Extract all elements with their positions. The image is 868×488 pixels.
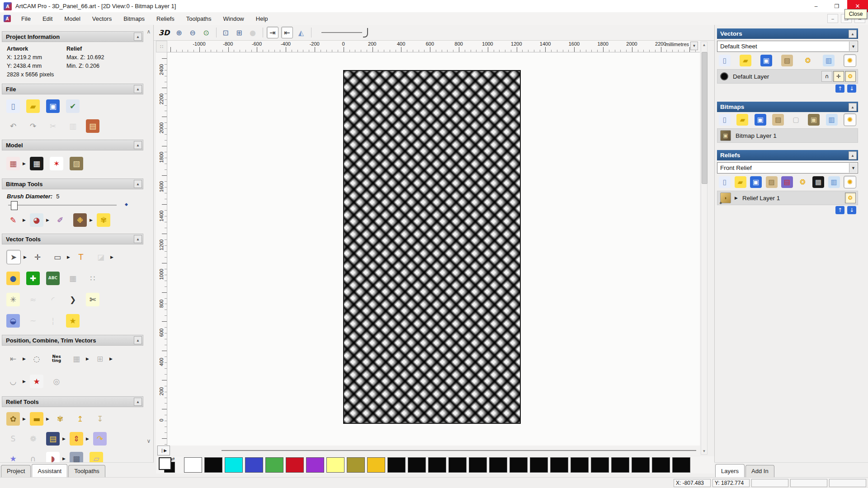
wrap-relief-icon[interactable]: ↷ xyxy=(93,432,107,446)
cut-icon[interactable]: ✂ xyxy=(46,119,60,133)
layer-visibility-icon[interactable]: ❂ xyxy=(845,71,856,82)
slider-handle[interactable] xyxy=(11,201,18,210)
collapse-vectors-button[interactable]: ▲ xyxy=(849,30,857,38)
sheet-selector[interactable]: Default Sheet ▼ xyxy=(717,41,858,52)
palette-swatch-green[interactable] xyxy=(265,457,283,473)
move-layer-down-button[interactable]: ↓ xyxy=(847,84,856,93)
envelope-distort-icon[interactable]: ▦ xyxy=(66,272,80,285)
lock-layer-icon[interactable]: ∩ xyxy=(821,71,832,82)
texture-star-icon[interactable]: ★ xyxy=(6,452,20,462)
attach-bitmap-icon[interactable]: ▣ xyxy=(808,114,820,126)
move-layer-up-button[interactable]: ↑ xyxy=(835,206,844,214)
set-model-size-flyout-arrow[interactable]: ▶ xyxy=(23,161,27,166)
preview-relief-icon[interactable]: ◭ xyxy=(296,27,307,38)
palette-swatch-black[interactable] xyxy=(204,457,222,473)
flood-fill-icon[interactable]: ✾ xyxy=(97,213,110,227)
spin-vectors-icon[interactable]: ◎ xyxy=(50,375,63,388)
align-vectors-icon[interactable]: ⇤ xyxy=(6,352,20,366)
collapse-section-button[interactable]: ▲ xyxy=(134,398,142,406)
palette-swatch-black[interactable] xyxy=(672,457,690,473)
ruler-units-dropdown[interactable]: ▼ xyxy=(690,42,698,50)
lighting-icon[interactable]: ✶ xyxy=(50,157,63,170)
palette-swatch-black[interactable] xyxy=(530,457,548,473)
save-bitmap-layer-icon[interactable]: ▣ xyxy=(755,114,766,126)
zoom-page-icon[interactable]: ⊞ xyxy=(234,27,245,38)
scroll-down-arrow[interactable]: ▼ xyxy=(701,449,707,453)
tab-layers[interactable]: Layers xyxy=(715,464,745,477)
chevron-down-icon[interactable]: ▼ xyxy=(849,42,857,51)
align-vectors-flyout-arrow[interactable]: ▶ xyxy=(23,357,27,361)
palette-swatch-red[interactable] xyxy=(286,457,304,473)
paste-icon[interactable]: ▤ xyxy=(86,119,99,133)
tab-add-in[interactable]: Add In xyxy=(745,465,774,477)
zoom-out-icon[interactable]: ⊖ xyxy=(187,27,198,38)
slider-track[interactable] xyxy=(8,205,117,206)
save-vector-layer-icon[interactable]: ▣ xyxy=(760,55,772,66)
merge-relief-layers-icon[interactable]: ▨ xyxy=(766,176,778,188)
menu-vectors[interactable]: Vectors xyxy=(86,14,118,24)
create-shape-icon[interactable]: ▬ xyxy=(30,412,43,426)
greyscale-image-icon[interactable]: ▨ xyxy=(70,157,83,170)
select-vectors-icon[interactable]: ➤ xyxy=(6,250,21,264)
mirror-vectors-icon[interactable]: ¦ xyxy=(46,314,60,328)
palette-swatch-black[interactable] xyxy=(387,457,406,473)
layer-visibility-icon[interactable]: ❂ xyxy=(845,192,856,203)
relief-layer-row[interactable]: ◗+ ▶ Relief Layer 1 ❂ xyxy=(717,191,858,205)
open-relief-layer-icon[interactable]: ▰ xyxy=(735,176,746,188)
adjust-model-icon[interactable]: ▦ xyxy=(30,157,43,170)
palette-swatch-black[interactable] xyxy=(571,457,589,473)
collapse-section-button[interactable]: ▲ xyxy=(134,336,142,344)
palette-flyout-arrow[interactable]: ▶ xyxy=(90,218,94,222)
block-copy-flyout-arrow[interactable]: ▶ xyxy=(86,357,90,361)
paste-along-curve-icon[interactable]: ∷ xyxy=(86,272,99,285)
create-dome-icon[interactable]: ◒ xyxy=(6,314,20,328)
vertical-scroll-thumb[interactable] xyxy=(702,52,708,184)
node-editing-icon[interactable]: ✳ xyxy=(6,293,20,306)
create-vector-text-icon[interactable]: ABC xyxy=(46,272,60,285)
relief-sheets-icon[interactable]: ▱ xyxy=(90,452,103,462)
paint-flyout-arrow[interactable]: ▶ xyxy=(23,218,27,222)
measure-tape-icon[interactable]: ● xyxy=(6,272,20,285)
transfer-relief-icon[interactable]: ▤ xyxy=(781,176,793,188)
menu-toolpaths[interactable]: Toolpaths xyxy=(180,14,217,24)
merge-vector-layers-icon[interactable]: ▨ xyxy=(781,55,793,66)
primary-colour-swatch[interactable] xyxy=(159,457,171,470)
delete-relief-layer-icon[interactable]: ▥ xyxy=(828,176,840,188)
offset-relief-icon[interactable]: ⇕ xyxy=(70,432,83,446)
model-properties-icon[interactable]: ✔ xyxy=(66,99,80,113)
emboss-wizard-flyout-arrow[interactable]: ▶ xyxy=(62,436,67,441)
tab-project[interactable]: Project xyxy=(1,465,31,477)
fit-arcs-icon[interactable]: ◜ xyxy=(46,293,60,306)
create-star-icon[interactable]: ★ xyxy=(66,314,80,328)
palette-swatch-black[interactable] xyxy=(408,457,426,473)
set-model-size-icon[interactable]: ▦ xyxy=(6,157,20,170)
collapse-section-button[interactable]: ▲ xyxy=(134,235,142,243)
palette-swatch-black[interactable] xyxy=(652,457,670,473)
create-polyline-arrow-icon[interactable]: ❯ xyxy=(66,293,80,306)
toggle-bitmap-view-icon[interactable]: ⇥ xyxy=(267,27,278,38)
scroll-up-arrow[interactable]: ▲ xyxy=(701,43,707,47)
zoom-in-icon[interactable]: ⊕ xyxy=(174,27,184,38)
toggle-vector-layer-visibility-icon[interactable]: ❂ xyxy=(802,55,814,66)
merge-bitmap-layers-icon[interactable]: ▨ xyxy=(772,114,784,126)
tab-assistant[interactable]: Assistant xyxy=(32,464,67,477)
weld-vectors-flyout-arrow[interactable]: ▶ xyxy=(109,357,114,361)
palette-swatch-pale-yellow[interactable] xyxy=(326,457,344,473)
new-bitmap-layer-icon[interactable]: ▯ xyxy=(719,114,731,126)
delete-bitmap-layer-icon[interactable]: ▥ xyxy=(826,114,838,126)
block-copy-icon[interactable]: ▦ xyxy=(70,352,83,366)
palette-swatch-black[interactable] xyxy=(509,457,528,473)
doc-minimize-button[interactable]: – xyxy=(827,14,838,23)
collapse-section-button[interactable]: ▲ xyxy=(134,85,142,93)
scroll-down-icon[interactable]: ∨ xyxy=(147,438,151,444)
scroll-right-button[interactable]: ❘▶ xyxy=(157,446,170,455)
select-vectors-flyout-arrow[interactable]: ▶ xyxy=(24,255,28,259)
undo-icon[interactable]: ↶ xyxy=(6,119,20,133)
greyscale-relief-icon[interactable]: ▩ xyxy=(812,176,824,188)
palette-swatch-black[interactable] xyxy=(489,457,507,473)
palette-swatch-black[interactable] xyxy=(428,457,446,473)
weave-wizard-icon[interactable]: ❁ xyxy=(26,432,40,446)
swap-colours-icon[interactable]: ⇄ xyxy=(171,456,175,461)
open-bitmap-layer-icon[interactable]: ▰ xyxy=(736,114,748,126)
new-relief-layer-icon[interactable]: ▯ xyxy=(719,176,731,188)
